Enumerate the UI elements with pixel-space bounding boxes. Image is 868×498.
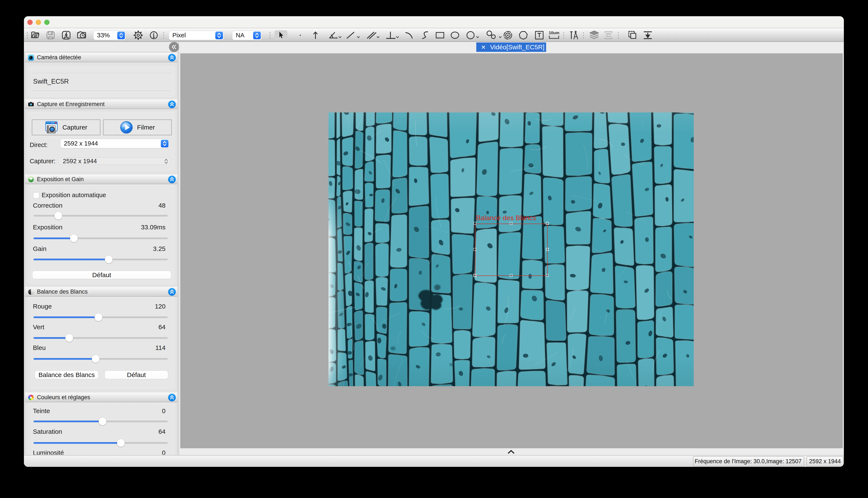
- svg-text:10um: 10um: [549, 30, 559, 35]
- svg-text:CSV: CSV: [606, 34, 611, 37]
